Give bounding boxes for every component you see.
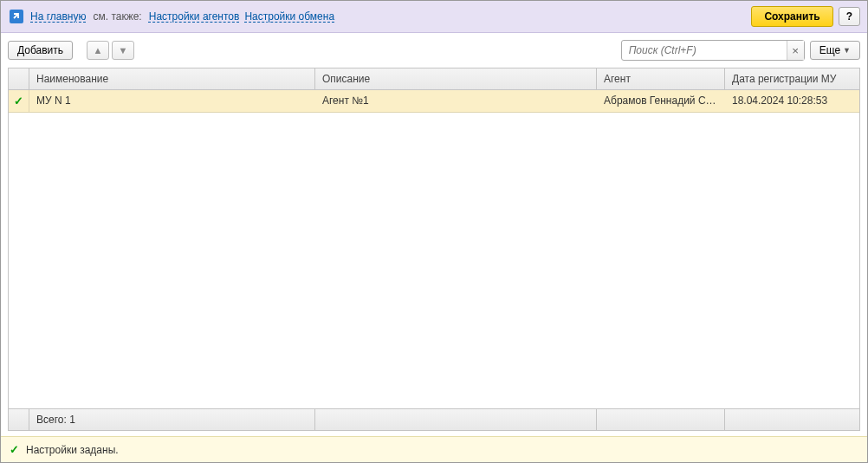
row-description-cell[interactable]: Агент №1	[315, 90, 597, 112]
arrow-up-icon: ▲	[94, 45, 103, 55]
col-description-header[interactable]: Описание	[315, 68, 597, 89]
home-link[interactable]: На главную	[30, 10, 86, 23]
help-button[interactable]: ?	[839, 7, 860, 26]
move-up-button[interactable]: ▲	[87, 41, 109, 60]
add-button[interactable]: Добавить	[8, 41, 73, 60]
search-field: ×	[621, 40, 805, 61]
table-header: Наименование Описание Агент Дата регистр…	[9, 68, 859, 90]
open-external-icon[interactable]	[8, 8, 25, 25]
more-button[interactable]: Еще ▼	[810, 41, 860, 60]
footer-total-cell: Всего: 1	[29, 409, 315, 430]
row-check-cell[interactable]: ✓	[9, 90, 29, 112]
footer-agent-cell	[597, 409, 725, 430]
col-name-header[interactable]: Наименование	[29, 68, 315, 89]
save-button[interactable]: Сохранить	[751, 6, 832, 27]
move-down-button[interactable]: ▼	[112, 41, 134, 60]
topbar-links: На главную см. также: Настройки агентов …	[30, 10, 746, 23]
see-also-label: см. также:	[93, 10, 141, 23]
table: Наименование Описание Агент Дата регистр…	[8, 68, 860, 431]
agents-settings-link[interactable]: Настройки агентов	[149, 10, 240, 23]
row-regdate-cell[interactable]: 18.04.2024 10:28:53	[725, 90, 859, 112]
row-name-cell[interactable]: МУ N 1	[29, 90, 315, 112]
status-message: Настройки заданы.	[26, 444, 119, 456]
chevron-down-icon: ▼	[843, 46, 851, 55]
status-check-icon: ✓	[10, 443, 19, 456]
more-label: Еще	[819, 44, 840, 56]
status-bar: ✓ Настройки заданы.	[1, 436, 867, 462]
col-regdate-header[interactable]: Дата регистрации МУ	[725, 68, 859, 89]
exchange-settings-link[interactable]: Настройки обмена	[244, 10, 334, 23]
arrow-down-icon: ▼	[119, 45, 128, 55]
table-footer: Всего: 1	[9, 408, 859, 430]
check-icon: ✓	[14, 95, 23, 108]
search-clear-button[interactable]: ×	[787, 41, 804, 60]
move-arrows: ▲ ▼	[87, 41, 134, 60]
footer-date-cell	[725, 409, 859, 430]
toolbar: Добавить ▲ ▼ × Еще ▼	[1, 33, 867, 68]
footer-check-cell	[9, 409, 29, 430]
row-agent-cell[interactable]: Абрамов Геннадий Сер...	[597, 90, 725, 112]
search-input[interactable]	[622, 42, 787, 59]
col-agent-header[interactable]: Агент	[597, 68, 725, 89]
table-body: ✓ МУ N 1 Агент №1 Абрамов Геннадий Сер..…	[9, 90, 859, 408]
table-row[interactable]: ✓ МУ N 1 Агент №1 Абрамов Геннадий Сер..…	[9, 90, 859, 113]
col-check-header[interactable]	[9, 68, 29, 89]
topbar: На главную см. также: Настройки агентов …	[1, 1, 867, 33]
footer-desc-cell	[315, 409, 597, 430]
